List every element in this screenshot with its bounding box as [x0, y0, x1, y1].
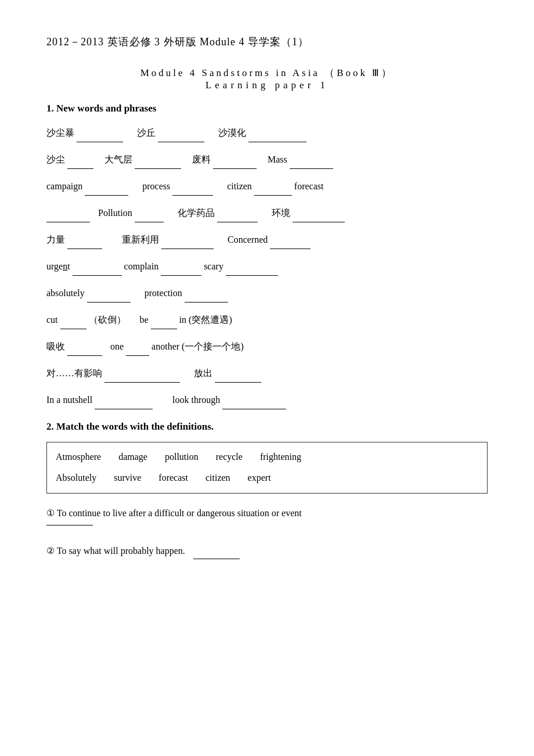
blank-look-through[interactable] — [222, 398, 286, 409]
word-sandstorm: 沙尘暴 — [46, 128, 74, 138]
def1-content: To continue to live after a difficult or… — [57, 508, 302, 518]
word-be-in: be — [140, 315, 149, 325]
word-nutshell: In a nutshell — [46, 395, 92, 405]
blank-be[interactable] — [151, 318, 177, 329]
vocab-row-10: 对……有影响 放出 — [46, 364, 488, 383]
word-absolutely: absolutely — [46, 288, 85, 298]
word-citizen-word: citizen — [205, 469, 230, 487]
word-citizen: citizen — [227, 181, 252, 191]
blank-strength[interactable] — [67, 237, 102, 249]
vocab-row-7: absolutely protection — [46, 284, 488, 303]
vocab-row-11: In a nutshell look through — [46, 391, 488, 409]
blank-def2[interactable] — [193, 548, 240, 559]
word-forecast-word: forecast — [158, 469, 188, 487]
blank-affect[interactable] — [104, 371, 180, 383]
vocab-row-4: Pollution 化学药品 环境 — [46, 204, 488, 222]
blank-cut[interactable] — [60, 318, 86, 329]
blank-recycle[interactable] — [161, 237, 214, 249]
word-box-row1: Atmosphere damage pollution recycle frig… — [56, 448, 478, 466]
word-desertification: 沙漠化 — [218, 128, 246, 138]
blank-protection[interactable] — [185, 291, 228, 303]
blank-absorb[interactable] — [67, 344, 102, 356]
blank-concerned[interactable] — [270, 237, 311, 249]
blank-one[interactable] — [126, 344, 149, 356]
page-title: 2012－2013 英语必修 3 外研版 Module 4 导学案（1） — [46, 35, 488, 49]
blank-chemicals[interactable] — [217, 211, 258, 222]
word-scary: scary — [204, 261, 223, 271]
cut-meaning: （砍倒） — [89, 315, 126, 325]
vocab-row-3: campaign process citizen forecast — [46, 177, 488, 196]
word-complain: complain — [124, 261, 159, 271]
word-expert: expert — [248, 469, 271, 487]
learning-paper: Learning paper 1 — [46, 80, 488, 91]
blank-nutshell[interactable] — [95, 398, 153, 409]
module-title: Module 4 Sandstorms in Asia （Book Ⅲ） — [46, 66, 488, 80]
vocab-row-6: urgent complain scary — [46, 257, 488, 276]
blank-dust[interactable] — [67, 157, 93, 169]
word-damage: damage — [118, 448, 147, 466]
blank-sandstorm[interactable] — [77, 131, 123, 142]
word-another: another (一个接一个地) — [151, 341, 244, 351]
blank-desertification[interactable] — [248, 131, 306, 142]
blank-citizen[interactable] — [254, 184, 292, 196]
word-atmosphere-cn: 大气层 — [104, 154, 132, 164]
blank-atmosphere[interactable] — [135, 157, 181, 169]
blank-scary[interactable] — [226, 264, 278, 276]
word-box-row2: Absolutely survive forecast citizen expe… — [56, 469, 478, 487]
vocab-row-8: cut （砍倒） be in (突然遭遇) — [46, 311, 488, 329]
be-in-meaning: in (突然遭遇) — [179, 315, 232, 325]
blank-urgent[interactable] — [73, 264, 122, 276]
word-absorb: 吸收 — [46, 341, 65, 351]
word-pollution-word: pollution — [165, 448, 199, 466]
word-dust: 沙尘 — [46, 154, 65, 164]
module-header: Module 4 Sandstorms in Asia （Book Ⅲ） Lea… — [46, 66, 488, 91]
word-strength: 力量 — [46, 235, 65, 244]
def2-number: ② — [46, 546, 55, 556]
word-protection: protection — [145, 288, 182, 298]
word-pollution: Pollution — [98, 208, 132, 218]
word-recycle-word: recycle — [216, 448, 243, 466]
word-release: 放出 — [194, 368, 212, 378]
blank-complain[interactable] — [161, 264, 201, 276]
blank-environment[interactable] — [293, 211, 345, 222]
word-look-through: look through — [172, 395, 220, 405]
word-recycle-cn: 重新利用 — [122, 235, 159, 244]
def2-content: To say what will probably happen. — [57, 546, 185, 556]
word-process: process — [142, 181, 170, 191]
vocab-row-5: 力量 重新利用 Concerned — [46, 231, 488, 249]
blank-dune[interactable] — [158, 131, 204, 142]
def2-text: ② To say what will probably happen. — [46, 543, 488, 560]
def1-text: ① To continue to live after a difficult … — [46, 505, 488, 522]
def1-number: ① — [46, 508, 55, 518]
vocab-row-2: 沙尘 大气层 废料 Mass — [46, 150, 488, 169]
word-affect: 对……有影响 — [46, 368, 102, 378]
vocab-row-1: 沙尘暴 沙丘 沙漠化 — [46, 124, 488, 142]
def1-answer-line[interactable] — [46, 525, 93, 525]
word-mass: Mass — [268, 154, 287, 164]
word-dune: 沙丘 — [137, 128, 156, 138]
word-environment: 环境 — [272, 208, 290, 218]
word-frightening: frightening — [260, 448, 301, 466]
blank-campaign[interactable] — [85, 184, 128, 196]
blank-absolutely[interactable] — [87, 291, 131, 303]
blank-forecast2[interactable] — [46, 211, 90, 222]
blank-release[interactable] — [215, 371, 261, 383]
word-survive: survive — [114, 469, 141, 487]
word-waste: 废料 — [192, 154, 211, 164]
word-absolutely-word: Absolutely — [56, 469, 96, 487]
definition-2: ② To say what will probably happen. — [46, 543, 488, 560]
blank-mass[interactable] — [290, 157, 333, 169]
word-concerned: Concerned — [228, 235, 268, 244]
word-box: Atmosphere damage pollution recycle frig… — [46, 442, 488, 494]
blank-waste[interactable] — [213, 157, 257, 169]
word-urgent: urgent — [46, 261, 70, 271]
word-cut: cut — [46, 315, 58, 325]
vocab-row-9: 吸收 one another (一个接一个地) — [46, 337, 488, 356]
word-chemicals: 化学药品 — [178, 208, 215, 218]
blank-process[interactable] — [172, 184, 213, 196]
section2-header: 2. Match the words with the definitions. — [46, 421, 488, 433]
word-campaign: campaign — [46, 181, 82, 191]
definition-1: ① To continue to live after a difficult … — [46, 505, 488, 525]
blank-pollution[interactable] — [135, 211, 164, 222]
word-atmosphere: Atmosphere — [56, 448, 101, 466]
